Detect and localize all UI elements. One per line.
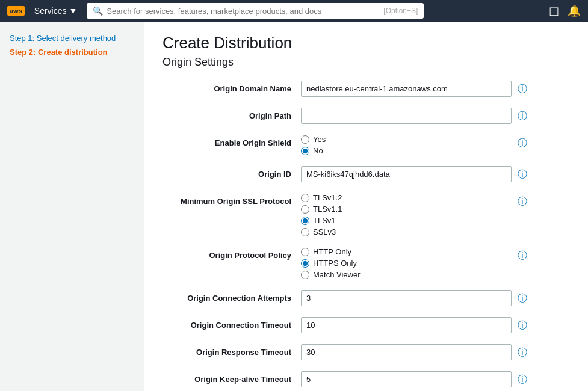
origin-id-row: Origin ID ⓘ xyxy=(162,166,570,182)
protocol-http-option[interactable]: HTTP Only xyxy=(301,247,512,256)
shield-no-label: No xyxy=(313,146,323,155)
services-menu-button[interactable]: Services ▼ xyxy=(34,6,78,16)
ssl-info-icon[interactable]: ⓘ xyxy=(518,193,527,208)
protocol-info-icon[interactable]: ⓘ xyxy=(518,247,527,262)
sidebar-step1[interactable]: Step 1: Select delivery method xyxy=(10,34,135,43)
ssl-tlsv11-option[interactable]: TLSv1.1 xyxy=(301,205,512,214)
top-navigation: aws Services ▼ 🔍 [Option+S] ◫ 🔔 xyxy=(0,0,588,22)
ssl-radio-group: TLSv1.2 TLSv1.1 TLSv1 SSLv3 xyxy=(301,193,512,236)
origin-id-info-icon[interactable]: ⓘ xyxy=(518,166,527,181)
connection-timeout-info-icon[interactable]: ⓘ xyxy=(518,317,527,332)
min-ssl-label: Minimum Origin SSL Protocol xyxy=(162,193,301,206)
keepalive-timeout-input[interactable] xyxy=(301,371,512,387)
origin-domain-name-row: Origin Domain Name ⓘ xyxy=(162,81,570,97)
origin-path-row: Origin Path ⓘ xyxy=(162,108,570,124)
response-timeout-label: Origin Response Timeout xyxy=(162,344,301,357)
response-timeout-input[interactable] xyxy=(301,344,512,360)
enable-origin-shield-label: Enable Origin Shield xyxy=(162,135,301,147)
connection-attempts-input[interactable] xyxy=(301,290,512,306)
bell-icon[interactable]: 🔔 xyxy=(568,4,581,17)
search-shortcut: [Option+S] xyxy=(383,7,418,15)
connection-timeout-row: Origin Connection Timeout ⓘ xyxy=(162,317,570,333)
ssl-tlsv11-radio[interactable] xyxy=(301,205,309,214)
origin-path-info-icon[interactable]: ⓘ xyxy=(518,108,527,123)
response-timeout-row: Origin Response Timeout ⓘ xyxy=(162,344,570,360)
connection-attempts-row: Origin Connection Attempts ⓘ xyxy=(162,290,570,306)
ssl-sslv3-option[interactable]: SSLv3 xyxy=(301,227,512,236)
origin-path-input[interactable] xyxy=(301,108,512,124)
ssl-tlsv1-label: TLSv1 xyxy=(313,216,336,225)
ssl-tlsv1-radio[interactable] xyxy=(301,217,309,225)
ssl-tlsv1-option[interactable]: TLSv1 xyxy=(301,216,512,225)
shield-info-icon[interactable]: ⓘ xyxy=(518,135,527,150)
connection-timeout-input[interactable] xyxy=(301,317,512,333)
response-timeout-info-icon[interactable]: ⓘ xyxy=(518,344,527,359)
search-icon: 🔍 xyxy=(93,6,103,16)
aws-logo[interactable]: aws xyxy=(7,6,25,16)
keepalive-timeout-info-icon[interactable]: ⓘ xyxy=(518,371,527,386)
keepalive-timeout-row: Origin Keep-alive Timeout ⓘ xyxy=(162,371,570,387)
protocol-policy-row: Origin Protocol Policy HTTP Only HTTPS O… xyxy=(162,247,570,279)
aws-logo-box: aws xyxy=(7,6,25,16)
protocol-https-radio[interactable] xyxy=(301,259,309,268)
sidebar: Step 1: Select delivery method Step 2: C… xyxy=(0,22,144,391)
ssl-tlsv12-label: TLSv1.2 xyxy=(313,193,342,202)
shield-yes-radio[interactable] xyxy=(301,135,309,144)
ssl-sslv3-radio[interactable] xyxy=(301,228,309,236)
section-title: Origin Settings xyxy=(162,56,570,69)
origin-protocol-label: Origin Protocol Policy xyxy=(162,247,301,260)
ssl-tlsv12-option[interactable]: TLSv1.2 xyxy=(301,193,512,202)
protocol-http-radio[interactable] xyxy=(301,248,309,256)
protocol-match-label: Match Viewer xyxy=(313,270,361,279)
shield-no-radio[interactable] xyxy=(301,147,309,155)
protocol-radio-group: HTTP Only HTTPS Only Match Viewer xyxy=(301,247,512,279)
origin-path-label: Origin Path xyxy=(162,108,301,120)
ssl-tlsv12-radio[interactable] xyxy=(301,194,309,202)
nav-icons: ◫ 🔔 xyxy=(549,4,581,17)
shield-yes-label: Yes xyxy=(313,135,326,144)
enable-origin-shield-row: Enable Origin Shield Yes No ⓘ xyxy=(162,135,570,155)
search-bar[interactable]: 🔍 [Option+S] xyxy=(87,3,424,19)
protocol-match-option[interactable]: Match Viewer xyxy=(301,270,512,279)
connection-timeout-label: Origin Connection Timeout xyxy=(162,317,301,330)
protocol-http-label: HTTP Only xyxy=(313,247,351,256)
shield-no-option[interactable]: No xyxy=(301,146,512,155)
min-ssl-row: Minimum Origin SSL Protocol TLSv1.2 TLSv… xyxy=(162,193,570,236)
shield-radio-group: Yes No xyxy=(301,135,512,155)
connection-attempts-label: Origin Connection Attempts xyxy=(162,290,301,303)
origin-domain-name-info-icon[interactable]: ⓘ xyxy=(518,81,527,96)
shield-yes-option[interactable]: Yes xyxy=(301,135,512,144)
page-title: Create Distribution xyxy=(162,34,570,52)
keepalive-timeout-label: Origin Keep-alive Timeout xyxy=(162,371,301,384)
search-input[interactable] xyxy=(107,7,380,16)
main-content: Create Distribution Origin Settings Orig… xyxy=(144,22,588,391)
origin-domain-name-label: Origin Domain Name xyxy=(162,81,301,93)
connection-attempts-info-icon[interactable]: ⓘ xyxy=(518,290,527,305)
services-label: Services xyxy=(34,6,67,16)
protocol-https-label: HTTPS Only xyxy=(313,259,357,268)
origin-id-input[interactable] xyxy=(301,166,512,182)
protocol-https-option[interactable]: HTTPS Only xyxy=(301,259,512,268)
terminal-icon[interactable]: ◫ xyxy=(549,4,559,17)
origin-id-label: Origin ID xyxy=(162,166,301,179)
protocol-match-radio[interactable] xyxy=(301,271,309,279)
page-layout: Step 1: Select delivery method Step 2: C… xyxy=(0,22,588,391)
sidebar-step2[interactable]: Step 2: Create distribution xyxy=(10,48,135,57)
chevron-down-icon: ▼ xyxy=(69,6,77,16)
ssl-tlsv11-label: TLSv1.1 xyxy=(313,205,342,214)
origin-domain-name-input[interactable] xyxy=(301,81,512,97)
ssl-sslv3-label: SSLv3 xyxy=(313,227,336,236)
